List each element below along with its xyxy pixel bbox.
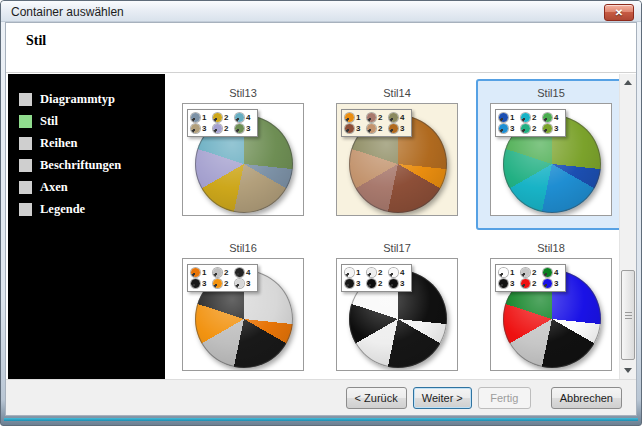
legend-value: 3: [554, 279, 558, 288]
legend-entry: 4: [235, 113, 254, 122]
sidebar-item-label: Beschriftungen: [40, 158, 121, 173]
next-button[interactable]: Weiter >: [413, 387, 472, 409]
style-tile-stil16[interactable]: Stil16124323: [168, 234, 318, 379]
pie-slice-icon: [235, 124, 244, 133]
chart-preview: 124323: [182, 103, 304, 216]
pie-slice-icon: [213, 268, 222, 277]
style-tile-title: Stil18: [478, 242, 619, 254]
style-tile-stil13[interactable]: Stil13124323: [168, 79, 318, 230]
legend-value: 1: [356, 268, 360, 277]
sidebar-item-label: Stil: [40, 114, 58, 129]
pie-slice-icon: [345, 279, 354, 288]
sidebar-item-beschriftungen[interactable]: Beschriftungen: [8, 154, 165, 176]
window-title: Container auswählen: [11, 5, 124, 19]
legend-value: 3: [510, 124, 514, 133]
pie-slice-icon: [191, 279, 200, 288]
legend-entry: 3: [499, 124, 518, 133]
scrollbar-thumb[interactable]: [621, 270, 635, 360]
legend-entry: 4: [235, 268, 254, 277]
dialog-client-area: Stil DiagrammtypStilReihenBeschriftungen…: [5, 22, 637, 416]
pie-slice-icon: [367, 268, 376, 277]
vertical-scrollbar[interactable]: [619, 74, 636, 379]
pie-legend: 124323: [341, 109, 412, 137]
sidebar-item-label: Diagrammtyp: [40, 92, 115, 107]
legend-entry: 3: [235, 279, 254, 288]
sidebar-item-axen[interactable]: Axen: [8, 176, 165, 198]
pie-slice-icon: [521, 268, 530, 277]
legend-entry: 3: [543, 279, 562, 288]
sidebar-item-legende[interactable]: Legende: [8, 198, 165, 220]
pie-slice-icon: [367, 113, 376, 122]
legend-entry: 2: [521, 124, 540, 133]
pie-slice-icon: [345, 268, 354, 277]
style-tile-title: Stil14: [324, 87, 470, 99]
close-button[interactable]: ✕: [604, 4, 634, 21]
gallery-row-2: Stil16124323Stil17124323Stil18124323: [165, 234, 619, 379]
pie-slice-icon: [235, 113, 244, 122]
chart-preview: 124323: [336, 258, 458, 371]
legend-value: 2: [378, 113, 382, 122]
legend-value: 3: [554, 124, 558, 133]
back-button[interactable]: < Zurück: [346, 387, 407, 409]
sidebar-item-stil[interactable]: Stil: [8, 110, 165, 132]
pie-slice-icon: [345, 124, 354, 133]
legend-entry: 3: [499, 279, 518, 288]
title-bar[interactable]: Container auswählen ✕: [1, 1, 641, 22]
inactive-step-icon: [19, 203, 32, 216]
legend-entry: 2: [213, 113, 232, 122]
pie-legend: 124323: [187, 264, 258, 292]
scrollbar-down-button[interactable]: [620, 362, 636, 379]
legend-value: 3: [202, 279, 206, 288]
close-icon: ✕: [615, 8, 623, 18]
inactive-step-icon: [19, 159, 32, 172]
legend-value: 2: [378, 279, 382, 288]
legend-row: 124: [499, 267, 562, 278]
legend-row: 124: [499, 112, 562, 123]
legend-entry: 1: [499, 113, 518, 122]
pie-slice-icon: [389, 279, 398, 288]
legend-row: 323: [499, 278, 562, 289]
legend-entry: 4: [543, 113, 562, 122]
legend-value: 2: [532, 268, 536, 277]
pie-slice-icon: [345, 113, 354, 122]
cancel-button[interactable]: Abbrechen: [551, 387, 622, 409]
pie-slice-icon: [543, 268, 552, 277]
pie-legend: 124323: [495, 264, 566, 292]
pie-slice-icon: [543, 113, 552, 122]
legend-row: 124: [345, 267, 408, 278]
style-tile-stil14[interactable]: Stil14124323: [322, 79, 472, 230]
pie-slice-icon: [235, 279, 244, 288]
pie-slice-icon: [499, 268, 508, 277]
legend-value: 2: [224, 113, 228, 122]
legend-value: 1: [356, 113, 360, 122]
legend-entry: 1: [191, 268, 210, 277]
finish-button[interactable]: Fertig: [478, 387, 531, 409]
legend-entry: 2: [213, 268, 232, 277]
style-tile-stil17[interactable]: Stil17124323: [322, 234, 472, 379]
pie-slice-icon: [235, 268, 244, 277]
sidebar-item-diagrammtyp[interactable]: Diagrammtyp: [8, 88, 165, 110]
legend-entry: 2: [367, 268, 386, 277]
wizard-header: Stil: [6, 23, 636, 73]
pie-slice-icon: [213, 124, 222, 133]
legend-entry: 3: [389, 279, 408, 288]
pie-slice-icon: [367, 124, 376, 133]
style-tile-stil15[interactable]: Stil15124323: [476, 79, 619, 230]
sidebar-item-reihen[interactable]: Reihen: [8, 132, 165, 154]
scrollbar-track[interactable]: [620, 91, 636, 362]
style-tile-stil18[interactable]: Stil18124323: [476, 234, 619, 379]
sidebar-item-label: Reihen: [40, 136, 78, 151]
legend-entry: 2: [521, 268, 540, 277]
pie-slice-icon: [191, 113, 200, 122]
pie-slice-icon: [389, 113, 398, 122]
legend-value: 4: [554, 113, 558, 122]
pie-slice-icon: [499, 279, 508, 288]
chart-preview: 124323: [490, 258, 612, 371]
legend-entry: 1: [191, 113, 210, 122]
pie-slice-icon: [213, 113, 222, 122]
legend-entry: 2: [367, 113, 386, 122]
scrollbar-up-button[interactable]: [620, 74, 636, 91]
pie-slice-icon: [521, 279, 530, 288]
legend-row: 323: [345, 278, 408, 289]
legend-row: 124: [191, 112, 254, 123]
